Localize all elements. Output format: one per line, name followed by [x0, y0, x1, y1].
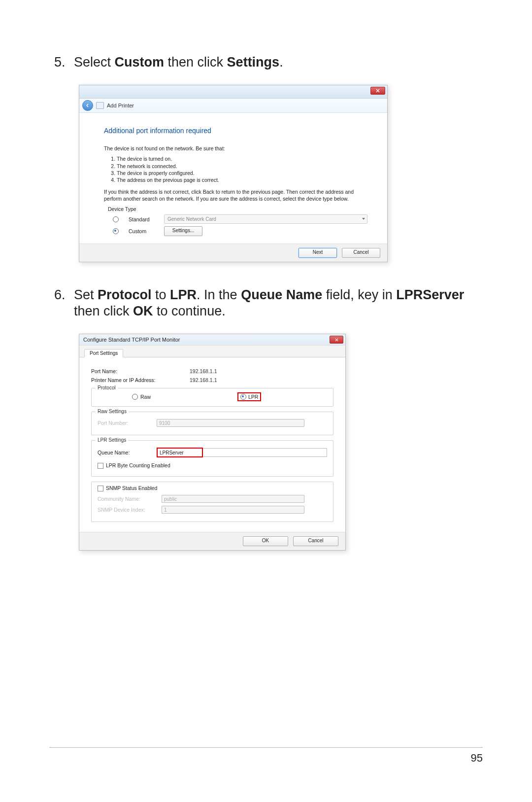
page-divider [49, 747, 483, 748]
list-item: The address on the previous page is corr… [117, 176, 367, 183]
settings-button[interactable]: Settings... [164, 226, 202, 236]
portnum-input [157, 419, 304, 427]
step5-number: 5. [54, 54, 74, 70]
community-label: Community Name: [98, 496, 162, 502]
back-icon[interactable] [82, 100, 93, 111]
standard-radio[interactable] [113, 216, 119, 222]
protocol-legend: Protocol [96, 385, 118, 390]
page-number: 95 [471, 752, 483, 765]
portname-label: Port Name: [91, 368, 190, 374]
snmp-label: SNMP Status Enabled [106, 485, 157, 491]
standard-row: Standard Generic Network Card [113, 214, 367, 224]
printer-value: 192.168.1.1 [190, 377, 217, 383]
raw-label: Raw [140, 394, 151, 400]
note-text: If you think the address is not correct,… [104, 188, 367, 202]
lprbyte-label: LPR Byte Counting Enabled [106, 462, 170, 468]
list-item: The device is turned on. [117, 155, 367, 162]
instruction-step-5: 5. Select Custom then click Settings. [54, 54, 483, 70]
raw-settings-fieldset: Raw Settings Port Number: [91, 412, 333, 435]
printer-icon [96, 102, 104, 109]
step6-text: Set Protocol to LPR. In the Queue Name f… [74, 287, 483, 319]
custom-row: Custom Settings... [113, 226, 367, 236]
tab-bar: Port Settings [79, 346, 345, 357]
add-printer-dialog: Add Printer Additional port information … [79, 85, 388, 262]
ok-button[interactable]: OK [243, 536, 288, 546]
community-input [162, 495, 304, 503]
close-icon[interactable] [370, 87, 385, 95]
dialog-titlebar: Configure Standard TCP/IP Port Monitor [79, 334, 345, 346]
step5-text: Select Custom then click Settings. [74, 54, 483, 70]
cancel-button[interactable]: Cancel [293, 536, 338, 546]
protocol-fieldset: Protocol Raw LPR [91, 388, 333, 407]
dialog-header: Add Printer [79, 99, 387, 113]
dialog-heading: Additional port information required [104, 127, 367, 135]
instruction-step-6: 6. Set Protocol to LPR. In the Queue Nam… [54, 287, 483, 319]
snmpindex-input [162, 506, 304, 514]
queue-label: Queue Name: [98, 450, 157, 455]
raw-radio[interactable] [132, 394, 138, 400]
standard-combo[interactable]: Generic Network Card [164, 214, 367, 224]
lpr-label: LPR [248, 394, 258, 400]
port-monitor-dialog: Configure Standard TCP/IP Port Monitor P… [79, 334, 346, 551]
checklist: The device is turned on. The network is … [104, 155, 367, 183]
printer-label: Printer Name or IP Address: [91, 377, 190, 383]
dialog-title-text: Configure Standard TCP/IP Port Monitor [83, 337, 180, 343]
snmpindex-label: SNMP Device Index: [98, 507, 162, 513]
raw-legend: Raw Settings [96, 409, 129, 414]
portnum-label: Port Number: [98, 420, 157, 426]
snmp-fieldset: SNMP Status Enabled Community Name: SNMP… [91, 482, 333, 522]
notfound-text: The device is not found on the network. … [104, 145, 367, 151]
next-button[interactable]: Next [299, 248, 337, 258]
custom-radio[interactable] [113, 228, 119, 234]
portname-value: 192.168.1.1 [190, 368, 217, 374]
lpr-settings-fieldset: LPR Settings Queue Name: LPR Byte Counti… [91, 440, 333, 477]
close-icon[interactable] [330, 336, 343, 344]
cancel-button[interactable]: Cancel [342, 248, 380, 258]
step6-number: 6. [54, 287, 74, 319]
tab-port-settings[interactable]: Port Settings [84, 349, 123, 357]
lpr-legend: LPR Settings [96, 437, 128, 443]
list-item: The network is connected. [117, 163, 367, 170]
lprbyte-checkbox[interactable] [98, 463, 103, 469]
dialog-header-text: Add Printer [107, 103, 134, 108]
queue-input[interactable] [158, 449, 202, 456]
device-type-label: Device Type [108, 206, 367, 212]
custom-label: Custom [129, 228, 154, 234]
lpr-highlight: LPR [237, 392, 261, 401]
snmp-checkbox[interactable] [98, 486, 103, 491]
dialog-footer: Next Cancel [79, 244, 387, 262]
dialog-titlebar [79, 85, 387, 99]
standard-label: Standard [129, 216, 154, 222]
list-item: The device is properly configured. [117, 170, 367, 176]
dialog-footer: OK Cancel [79, 532, 345, 550]
lpr-radio[interactable] [240, 394, 246, 400]
